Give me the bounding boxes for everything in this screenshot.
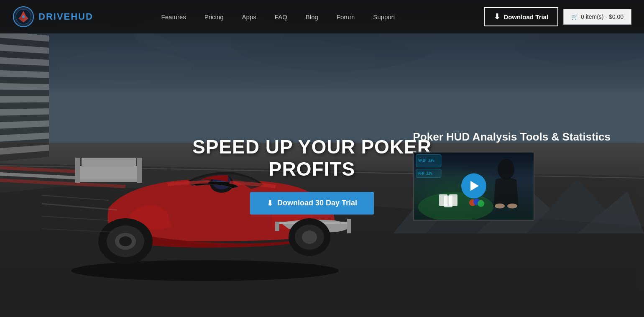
hero-headline-line2: PROFITS: [269, 158, 355, 180]
nav-link-blog[interactable]: Blog: [296, 9, 327, 25]
nav-link-support[interactable]: Support: [364, 9, 404, 25]
nav-actions: ⬇ Download Trial 🛒 0 item(s) - $0.00: [484, 7, 631, 26]
hero-section: SPEED UP YOUR POKER PROFITS ⬇ Download 3…: [0, 0, 644, 317]
svg-point-50: [507, 203, 517, 208]
hero-video-panel: Poker HUD Analysis Tools & Statistics: [413, 130, 611, 221]
cart-icon: 🛒: [571, 13, 578, 20]
nav-link-faq[interactable]: FAQ: [266, 9, 296, 25]
download-hero-icon: ⬇: [267, 199, 273, 208]
svg-rect-44: [449, 194, 457, 206]
play-icon: [470, 181, 479, 191]
video-thumbnail[interactable]: VPIP 28% PFR 22%: [413, 151, 534, 220]
svg-text:PFR 22%: PFR 22%: [418, 171, 432, 175]
hero-headline: SPEED UP YOUR POKER PROFITS: [192, 136, 432, 180]
download-trial-label: Download Trial: [503, 13, 548, 20]
download-30-day-trial-button[interactable]: ⬇ Download 30 Day Trial: [250, 192, 374, 215]
cart-button[interactable]: 🛒 0 item(s) - $0.00: [563, 9, 631, 25]
hero-content: SPEED UP YOUR POKER PROFITS ⬇ Download 3…: [192, 136, 432, 215]
hero-headline-line1: SPEED UP YOUR POKER: [192, 136, 432, 158]
nav-link-pricing[interactable]: Pricing: [195, 9, 233, 25]
nav-link-apps[interactable]: Apps: [233, 9, 266, 25]
svg-point-5: [22, 15, 25, 18]
nav-link-features[interactable]: Features: [152, 9, 195, 25]
navbar: DRIVEHUD Features Pricing Apps FAQ Blog …: [0, 0, 644, 33]
svg-point-49: [495, 203, 505, 208]
video-title: Poker HUD Analysis Tools & Statistics: [413, 130, 611, 144]
cta-label: Download 30 Day Trial: [277, 199, 357, 207]
nav-link-forum[interactable]: Forum: [327, 9, 364, 25]
download-icon: ⬇: [494, 12, 500, 21]
nav-links: Features Pricing Apps FAQ Blog Forum Sup…: [72, 9, 484, 25]
play-button[interactable]: [461, 174, 486, 199]
cart-label: 0 item(s) - $0.00: [581, 13, 624, 20]
svg-point-47: [478, 200, 484, 207]
svg-text:VPIP 28%: VPIP 28%: [418, 158, 434, 162]
svg-point-48: [498, 158, 514, 179]
logo-icon: [13, 6, 34, 28]
download-trial-button[interactable]: ⬇ Download Trial: [484, 7, 558, 26]
